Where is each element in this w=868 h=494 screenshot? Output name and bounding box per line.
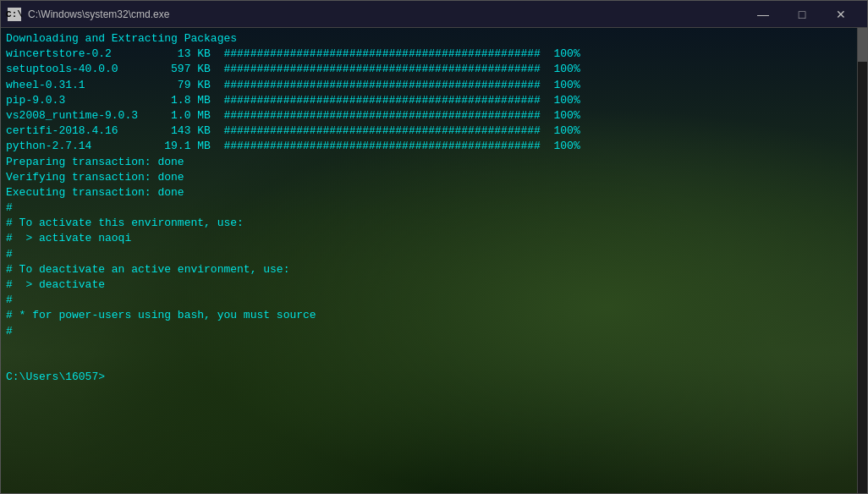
- terminal-line: Preparing transaction: done: [6, 155, 852, 170]
- terminal-line: #: [6, 247, 852, 262]
- cmd-window: C:\ C:\Windows\system32\cmd.exe — □ ✕ Do…: [0, 0, 868, 494]
- maximize-button[interactable]: □: [783, 1, 821, 28]
- terminal-line: vs2008_runtime-9.0.3 1.0 MB ############…: [6, 108, 852, 124]
- terminal-line: wheel-0.31.1 79 KB #####################…: [6, 78, 852, 93]
- terminal-line: # > deactivate: [6, 277, 852, 293]
- terminal-line: certifi-2018.4.16 143 KB ###############…: [6, 124, 852, 139]
- terminal-line: Downloading and Extracting Packages: [6, 31, 852, 47]
- terminal-line: wincertstore-0.2 13 KB #################…: [6, 47, 852, 62]
- terminal-line: pip-9.0.3 1.8 MB #######################…: [6, 93, 852, 108]
- scrollbar-thumb[interactable]: [858, 28, 867, 62]
- window-controls: — □ ✕: [744, 1, 860, 28]
- terminal-line: C:\Users\16057>: [6, 370, 852, 385]
- terminal-line: [6, 339, 852, 354]
- scrollbar[interactable]: [857, 28, 867, 493]
- terminal-line: setuptools-40.0.0 597 KB ###############…: [6, 62, 852, 77]
- app-icon: C:\: [8, 8, 21, 21]
- terminal-content[interactable]: Downloading and Extracting Packageswince…: [1, 28, 857, 493]
- terminal-line: #: [6, 324, 852, 339]
- titlebar: C:\ C:\Windows\system32\cmd.exe — □ ✕: [1, 1, 867, 28]
- close-button[interactable]: ✕: [821, 1, 860, 28]
- terminal-line: # > activate naoqi: [6, 231, 852, 246]
- window-title: C:\Windows\system32\cmd.exe: [28, 8, 744, 20]
- terminal-line: # To activate this environment, use:: [6, 216, 852, 231]
- terminal-line: #: [6, 200, 852, 216]
- terminal-line: Verifying transaction: done: [6, 170, 852, 185]
- terminal-line: Executing transaction: done: [6, 185, 852, 200]
- terminal-line: # * for power-users using bash, you must…: [6, 308, 852, 323]
- terminal-line: python-2.7.14 19.1 MB ##################…: [6, 139, 852, 154]
- terminal-line: [6, 354, 852, 370]
- terminal-line: # To deactivate an active environment, u…: [6, 262, 852, 277]
- minimize-button[interactable]: —: [744, 1, 783, 28]
- terminal-line: #: [6, 293, 852, 308]
- terminal-wrapper: Downloading and Extracting Packageswince…: [1, 28, 867, 493]
